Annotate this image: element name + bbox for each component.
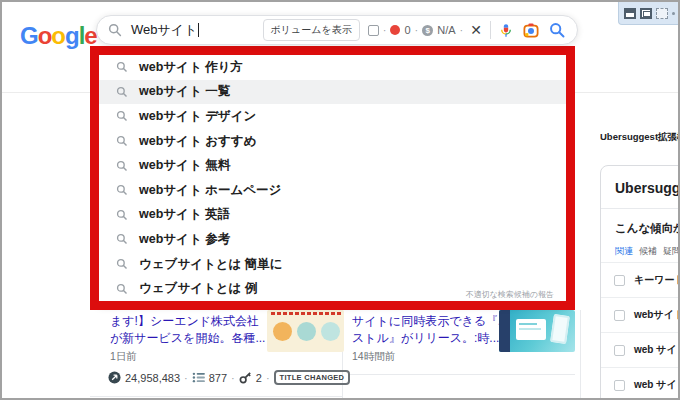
google-lens-camera-icon[interactable] (523, 23, 539, 38)
text-caret (198, 23, 199, 37)
google-logo[interactable]: Google (20, 22, 97, 50)
news-timestamp: 1日前 (110, 350, 137, 364)
news-timestamp: 14時間前 (352, 350, 395, 364)
separator-dot: · (415, 24, 419, 36)
thumbnail-circle (321, 322, 340, 341)
search-input[interactable]: Webサイト (131, 21, 197, 39)
news-thumbnail[interactable] (499, 310, 575, 352)
panel-title: Ubersuggest (615, 180, 680, 196)
search-box[interactable]: Webサイト ボリュームを表示 · 0 · $ N/A · ✕ (96, 15, 578, 45)
keyword-checkbox[interactable] (614, 345, 625, 356)
keyword-label: web サイト (634, 378, 680, 392)
thumbnail-band (499, 310, 510, 352)
vertical-divider (490, 21, 491, 39)
tab-questions[interactable]: 疑問 (663, 245, 680, 258)
keyword-label: web サイト (634, 343, 680, 357)
news-thumbnail[interactable] (267, 310, 344, 352)
search-icon (108, 23, 122, 37)
region-capture-icon[interactable] (656, 8, 668, 19)
traffic-value: 24,958,483 (125, 372, 180, 384)
keyword-header-row: キーワード (601, 262, 680, 297)
keyword-row: webサイト (601, 297, 680, 332)
seo-stats-row: 24,958,483 · 877 · 2 · TITLE CHANGED (108, 370, 350, 385)
red-annotation-box (90, 46, 575, 310)
ubersuggest-panel: Ubersuggest こんな傾向が 関連 候補 疑問 関 キーワード webサ… (600, 165, 680, 400)
cpc-badge-icon: $ (422, 25, 433, 36)
key-icon (239, 371, 252, 384)
backlinks-list-icon (192, 372, 205, 383)
thumbnail-text-decoration (271, 312, 342, 315)
thumbnail-circle (297, 322, 316, 341)
keyword-checkbox[interactable] (614, 310, 625, 321)
row-divider (90, 396, 342, 397)
news-title-line: ます!】シーエンド株式会社 (110, 313, 285, 330)
screenshot-toolbar (618, 2, 678, 25)
search-submit-icon[interactable] (549, 22, 565, 38)
thumbnail-card (516, 319, 546, 340)
voice-search-icon[interactable] (499, 23, 513, 38)
ubersuggest-extension-label: Ubersuggest拡張機能 (600, 131, 680, 144)
panel-divider (601, 208, 680, 209)
close-icon[interactable]: ✕ (470, 22, 482, 38)
keyword-row: web サイト (601, 367, 680, 400)
separator-dot: · (460, 24, 464, 36)
keyword-label: キーワード (634, 273, 680, 287)
thumbnail-phone (550, 314, 570, 344)
tab-related[interactable]: 関連 (615, 245, 633, 258)
logo-letter: o (51, 22, 65, 50)
difficulty-dot-icon (390, 25, 400, 35)
backlinks-value: 877 (209, 372, 227, 384)
keywords-value: 2 (256, 372, 262, 384)
news-title-line: が新サービスを開始。各種... (110, 330, 285, 347)
separator-dot: · (184, 372, 188, 384)
separator-dot: · (383, 24, 387, 36)
keyword-row: web サイト (601, 332, 680, 367)
row-divider (350, 374, 575, 375)
keyword-tabs: 関連 候補 疑問 関 (615, 245, 680, 258)
logo-letter: g (65, 22, 79, 50)
news-result-link[interactable]: ます!】シーエンド株式会社 が新サービスを開始。各種... (110, 313, 285, 347)
thumbnail-circle (273, 322, 292, 341)
trend-heading: こんな傾向が (615, 221, 680, 236)
show-volume-button[interactable]: ボリュームを表示 (263, 19, 360, 41)
traffic-icon (108, 371, 121, 384)
logo-letter: G (20, 22, 38, 50)
volume-count: 0 (404, 24, 410, 36)
toolbar-dot-icon (672, 12, 675, 15)
column-divider (580, 310, 581, 400)
separator-dot: · (231, 372, 235, 384)
cpc-value: N/A (437, 24, 455, 36)
keyword-checkbox[interactable] (614, 380, 625, 391)
google-search-page: Google Webサイト ボリュームを表示 · 0 · $ N/A · ✕ (0, 0, 680, 400)
metrics-checkbox[interactable] (368, 25, 379, 36)
window-capture-icon[interactable] (624, 8, 636, 19)
keyword-label: webサイト (634, 308, 680, 322)
title-changed-badge: TITLE CHANGED (274, 370, 351, 385)
tab-suggestions[interactable]: 候補 (639, 245, 657, 258)
seo-extension-metrics: · 0 · $ N/A · ✕ (368, 22, 482, 38)
logo-letter: o (38, 22, 52, 50)
keyword-checkbox[interactable] (614, 275, 625, 286)
separator-dot: · (266, 372, 270, 384)
restore-window-capture-icon[interactable] (640, 8, 652, 19)
